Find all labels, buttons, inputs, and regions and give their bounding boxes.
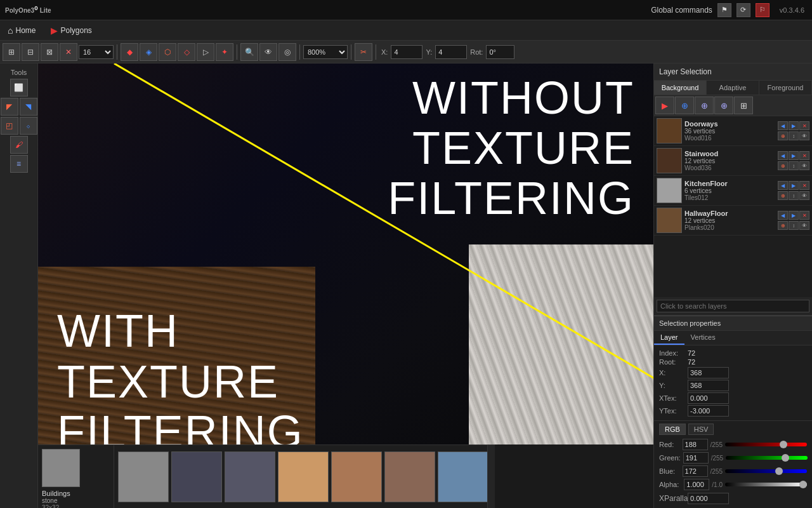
tab-vertices[interactable]: Vertices [684,331,722,345]
layer-act-copy-4[interactable]: ⊕ [778,221,788,230]
tool-btn-5[interactable]: ▷ [197,43,214,61]
search-layers[interactable] [654,297,812,316]
canvas-area[interactable]: WITHOUT TEXTURE FILTERING WITH TEXTURE F… [38,64,653,508]
search-btn[interactable]: 🔍 [240,43,258,61]
layer-act-next-2[interactable]: ▶ [789,151,799,160]
grid-btn-2[interactable]: ⊟ [22,43,39,61]
tool-arrow-r[interactable]: ◥ [20,98,37,116]
layer-act-move-4[interactable]: ↕ [789,221,799,230]
texture-scrollbar[interactable] [487,445,495,508]
layer-act-move-2[interactable]: ↕ [789,161,799,170]
view-btn-1[interactable]: 👁 [259,43,277,61]
layer-act-del-3[interactable]: ✕ [799,181,809,190]
blue-input[interactable] [683,465,708,477]
layer-act-next-4[interactable]: ▶ [789,211,799,220]
layer-icon-add-3[interactable]: ⊕ [695,97,714,114]
layer-act-prev-1[interactable]: ◀ [778,121,788,130]
tool-select[interactable]: ⬜ [10,79,28,97]
layer-act-prev-3[interactable]: ◀ [778,181,788,190]
search-layers-input[interactable] [657,300,809,312]
red-label: Red: [659,441,680,448]
ytex-input[interactable] [688,405,729,417]
color-tab-rgb[interactable]: RGB [659,424,686,435]
green-slider[interactable] [726,456,808,460]
layer-item-hallwayfloor[interactable]: HallwayFloor 12 vertices Planks020 ◀ ▶ ✕… [654,206,812,236]
tool-flip[interactable]: ⬦ [20,117,37,135]
blue-slider[interactable] [725,469,807,473]
x-input[interactable] [391,45,422,59]
layer-act-eye-3[interactable]: 👁 [799,191,809,200]
layer-thumb-stairwood [657,148,682,173]
tab-foreground[interactable]: Foreground [759,81,812,95]
tool-transform[interactable]: ◰ [1,117,18,135]
layer-act-move-1[interactable]: ↕ [789,131,799,140]
layer-act-copy-1[interactable]: ⊕ [778,131,788,140]
layer-icon-add-2[interactable]: ⊕ [675,97,694,114]
xtex-input[interactable] [688,392,729,404]
layer-item-stairwood[interactable]: Stairwood 12 vertices Wood036 ◀ ▶ ✕ ⊕ ↕ … [654,146,812,176]
scissors-btn[interactable]: ✂ [355,43,372,61]
layer-icon-grid[interactable]: ⊞ [734,97,753,114]
layer-act-prev-4[interactable]: ◀ [778,211,788,220]
grid-size-select[interactable]: 16832 [79,45,114,59]
global-cmd-icon-3[interactable]: ⚐ [756,3,769,17]
red-slider[interactable] [725,443,807,446]
alpha-slider[interactable] [725,483,807,486]
y-input[interactable] [435,45,467,59]
alpha-input[interactable] [684,479,709,490]
tool-btn-4[interactable]: ◇ [178,43,195,61]
layer-act-prev-2[interactable]: ◀ [778,151,788,160]
polygons-icon: ▶ [51,25,58,36]
green-input[interactable] [683,452,709,464]
tex-thumb-4[interactable] [278,451,329,502]
tex-thumb-1[interactable] [118,451,169,502]
layer-item-kitchenfloor[interactable]: KitchenFloor 6 vertices Tiles012 ◀ ▶ ✕ ⊕… [654,176,812,206]
color-tab-hsv[interactable]: HSV [688,424,714,435]
tab-layer[interactable]: Layer [654,331,684,345]
y-prop-input[interactable] [688,380,729,391]
rot-input[interactable] [486,45,514,59]
tab-background[interactable]: Background [654,81,707,95]
tex-thumb-7[interactable] [438,451,487,502]
grid-btn-3[interactable]: ⊠ [41,43,58,61]
tool-arrow-l[interactable]: ◤ [1,98,18,116]
red-input[interactable] [683,439,708,450]
nav-polygons[interactable]: ▶ Polygons [43,20,99,41]
layer-act-next-1[interactable]: ▶ [789,121,799,130]
layer-act-copy-3[interactable]: ⊕ [778,191,788,200]
tex-thumb-2[interactable] [171,451,222,502]
layer-act-copy-2[interactable]: ⊕ [778,161,788,170]
tex-thumb-6[interactable] [384,451,435,502]
nav-home[interactable]: ⌂ Home [0,20,43,41]
global-cmd-icon-1[interactable]: ⚑ [717,3,731,17]
layer-act-eye-1[interactable]: 👁 [799,131,809,140]
tool-lines[interactable]: ≡ [10,155,28,173]
global-cmd-icon-2[interactable]: ⟳ [737,3,750,17]
grid-btn-1[interactable]: ⊞ [3,43,20,61]
layer-icon-add-4[interactable]: ⊕ [714,97,733,114]
tab-adaptive[interactable]: Adaptive [707,81,759,95]
tool-btn-2[interactable]: ◈ [140,43,157,61]
grid-btn-x[interactable]: ✕ [60,43,77,61]
tool-btn-6[interactable]: ✦ [216,43,233,61]
layer-act-del-2[interactable]: ✕ [799,151,809,160]
x-prop-input[interactable] [688,367,729,378]
tool-btn-3[interactable]: ⬡ [159,43,176,61]
zoom-select[interactable]: 800%400%200%100% [303,45,348,59]
tex-thumb-3[interactable] [225,451,275,502]
layer-act-del-1[interactable]: ✕ [799,121,809,130]
xparallax-input[interactable] [688,493,729,504]
layer-act-eye-4[interactable]: 👁 [799,221,809,230]
layer-icon-add-1[interactable]: ▶ [655,97,674,114]
tool-paint[interactable]: 🖌 [10,136,28,154]
layer-act-eye-2[interactable]: 👁 [799,161,809,170]
index-val: 72 [688,349,695,357]
right-panel: Layer Selection Background Adaptive Fore… [653,64,812,508]
layer-act-move-3[interactable]: ↕ [789,191,799,200]
layer-item-doorways[interactable]: Doorways 36 vertices Wood016 ◀ ▶ ✕ ⊕ ↕ 👁 [654,116,812,146]
layer-act-del-4[interactable]: ✕ [799,211,809,220]
layer-act-next-3[interactable]: ▶ [789,181,799,190]
view-btn-2[interactable]: ◎ [278,43,296,61]
tool-btn-1[interactable]: ◆ [121,43,138,61]
tex-thumb-5[interactable] [331,451,382,502]
